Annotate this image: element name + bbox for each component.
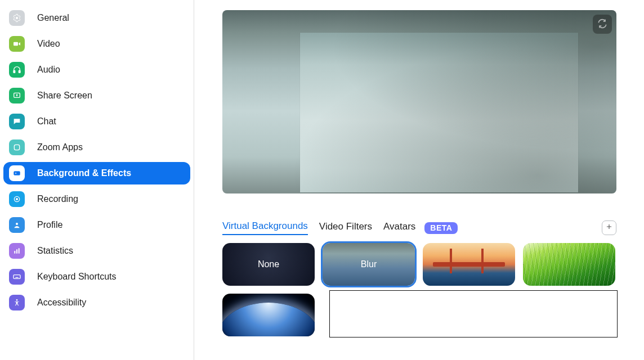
svg-point-0 [16,17,18,19]
tab-virtual-backgrounds[interactable]: Virtual Backgrounds [222,220,308,235]
sidebar-item-chat[interactable]: Chat [3,110,190,133]
sidebar-item-label: Chat [37,116,56,127]
tab-video-filters[interactable]: Video Filters [319,221,372,235]
keyboard-icon [9,269,25,285]
sidebar-item-accessibility[interactable]: Accessibility [3,291,190,314]
sidebar-item-statistics[interactable]: Statistics [3,240,190,262]
sidebar-item-label: Video [37,39,60,49]
sidebar-item-label: Share Screen [37,91,92,101]
video-preview-foreground [300,33,578,192]
tab-avatars[interactable]: Avatars [383,221,415,235]
background-option-image-grass[interactable] [523,243,615,286]
sidebar-item-label: Keyboard Shortcuts [37,272,117,282]
share-screen-icon [9,88,25,104]
background-option-image-earth[interactable] [222,294,315,336]
svg-rect-1 [14,42,18,46]
rotate-camera-button[interactable] [593,15,612,34]
accessibility-icon [9,295,25,310]
sidebar-item-profile[interactable]: Profile [3,214,190,236]
sidebar-item-label: Statistics [37,246,73,256]
add-background-button[interactable] [602,220,616,235]
svg-rect-11 [14,251,15,254]
background-option-image-bridge[interactable] [423,243,515,286]
background-option-label: Blur [361,259,377,269]
background-option-none[interactable]: None [222,243,315,286]
svg-rect-6 [14,172,20,176]
sidebar-item-label: Recording [37,194,78,204]
sidebar-item-general[interactable]: General [3,7,190,29]
svg-point-10 [16,223,18,225]
svg-rect-13 [19,248,20,253]
svg-rect-12 [16,249,17,253]
apps-icon [9,140,25,155]
chat-icon [9,114,25,129]
sidebar-item-audio[interactable]: Audio [3,58,190,81]
video-preview [222,10,616,194]
background-option-label: None [258,259,279,269]
svg-point-7 [15,173,17,174]
sidebar-item-video[interactable]: Video [3,33,190,55]
effects-tabs: Virtual Backgrounds Video Filters Avatar… [222,220,616,235]
sidebar-item-recording[interactable]: Recording [3,188,190,210]
sidebar-item-label: General [37,13,69,23]
rotate-icon [597,18,608,31]
gear-icon [9,10,25,26]
svg-rect-2 [14,70,15,73]
sidebar-item-label: Audio [37,65,60,75]
video-icon [9,36,25,52]
svg-rect-14 [14,275,20,279]
headphones-icon [9,62,25,78]
plus-icon [605,222,613,233]
profile-icon [9,217,25,233]
svg-point-15 [16,299,18,301]
settings-sidebar: General Video Audio Share Screen [0,0,194,360]
sidebar-item-label: Profile [37,220,62,230]
sidebar-item-label: Zoom Apps [37,142,83,152]
background-option-blur[interactable]: Blur [323,243,415,286]
statistics-icon [9,243,25,259]
svg-rect-3 [19,70,20,73]
svg-rect-5 [14,145,19,150]
sidebar-item-keyboard-shortcuts[interactable]: Keyboard Shortcuts [3,266,190,288]
background-effects-icon [9,165,25,181]
sidebar-item-label: Accessibility [37,298,86,308]
sidebar-item-background-effects[interactable]: Background & Effects [3,162,190,184]
sidebar-item-label: Background & Effects [37,168,131,178]
sidebar-item-share-screen[interactable]: Share Screen [3,84,190,107]
record-icon [9,191,25,207]
svg-point-9 [16,198,18,200]
overlay-box [329,290,618,338]
beta-badge: BETA [424,222,458,234]
sidebar-item-zoom-apps[interactable]: Zoom Apps [3,136,190,159]
